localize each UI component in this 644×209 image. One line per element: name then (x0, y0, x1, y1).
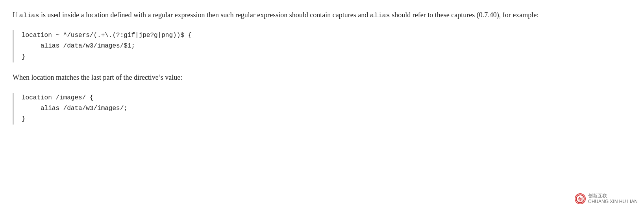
code-text-1: location ~ ^/users/(.+\.(?:gif|jpe?g|png… (22, 30, 631, 62)
text-mid-1: is used inside a location defined with a… (39, 11, 370, 19)
paragraph-2: When location matches the last part of t… (13, 72, 631, 83)
inline-code-alias-1: alias (19, 12, 39, 19)
watermark-icon: 创 (575, 193, 586, 204)
paragraph-1: If alias is used inside a location defin… (13, 9, 631, 21)
svg-text:创: 创 (577, 196, 583, 202)
code-example-1: location ~ ^/users/(.+\.(?:gif|jpe?g|png… (13, 30, 631, 62)
watermark-text: 创新互联 CHUANG XIN HU LIAN (588, 193, 638, 204)
code-example-2: location /images/ { alias /data/w3/image… (13, 93, 631, 125)
code-text-2: location /images/ { alias /data/w3/image… (22, 93, 631, 125)
watermark-badge: 创 创新互联 CHUANG XIN HU LIAN (575, 193, 638, 204)
inline-code-alias-2: alias (370, 12, 390, 19)
text-when: When location matches the last part of t… (13, 73, 182, 81)
text-mid-2: should refer to these captures (0.7.40),… (390, 11, 539, 19)
text-if: If (13, 11, 19, 19)
